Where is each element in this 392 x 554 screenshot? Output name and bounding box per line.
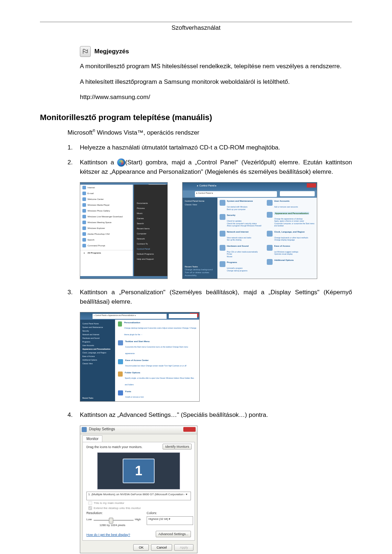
startmenu-item: E-mail (80, 190, 133, 196)
personalize-side-item: User Accounts (82, 344, 117, 347)
startmenu-right-item: Search (134, 221, 167, 226)
startmenu-item: Windows Explorer (80, 225, 133, 231)
cpanel-link: Customize computer, or customize the Sta… (274, 222, 315, 227)
note-icon (80, 46, 91, 57)
dialog-title: Display Settings (89, 427, 115, 431)
cpanel-link: Set up file sharing (227, 239, 268, 241)
cpanel-link: Mouse (227, 255, 268, 258)
personalize-item: FontsInstall or remove a font (115, 389, 199, 401)
personalize-side-item: Programs (82, 340, 117, 344)
cpanel-link: Allow a program through Windows Firewall (227, 225, 268, 227)
cpanel-recent-item: Change desktop background (185, 268, 220, 271)
tab-monitor: Monitor (82, 435, 102, 442)
personalize-side-item: Network and Internet (82, 333, 117, 336)
startmenu-item: Windows Media Player (80, 202, 133, 208)
cpanel-recent-label: Recent Tasks (185, 266, 220, 268)
step-4-number: 4. (68, 410, 80, 420)
personalize-recent-label: Recent Tasks (82, 397, 117, 399)
apply-button: Apply (174, 544, 193, 551)
personalize-breadcrumb: « Control Panel ▸ Appearance and Persona… (93, 314, 167, 319)
cancel-button: Cancel (151, 544, 172, 551)
all-programs: ▸All Programs (80, 250, 133, 255)
ok-button: OK (133, 544, 149, 551)
note-url: http://www.samsung.com/ (80, 93, 352, 102)
monitor-preview: 1 (97, 452, 180, 489)
step-3-number: 3. (68, 288, 80, 306)
cpanel-category: Hardware and SoundPlay CDs or other medi… (220, 245, 268, 258)
cpanel-category: Additional Options (267, 259, 315, 265)
personalize-side-item: System and Maintenance (82, 325, 117, 329)
startmenu-right-item: Connect To (134, 241, 167, 246)
personalize-side-item: Control Panel Home (82, 322, 117, 325)
cpanel-link: Optimize visual display (274, 253, 315, 255)
identify-monitors-button: Identify Monitors (163, 444, 192, 450)
cpanel-category: Clock, Language, and RegionChange keyboa… (267, 231, 315, 241)
drag-hint: Drag the icons to match your monitors. (86, 445, 143, 449)
startmenu-right-item: Recent Items (134, 226, 167, 231)
search-input (280, 191, 315, 196)
step-1-number: 1. (68, 143, 80, 152)
cpanel-category: Network and InternetView network status … (220, 231, 268, 241)
cpanel-link: Add or remove user accounts (274, 206, 315, 208)
resolution-slider: Low High 1280 by 1024 pixels (86, 516, 141, 525)
cpanel-category: User AccountsAdd or remove user accounts (267, 200, 315, 208)
dialog-icon (82, 427, 87, 432)
resolution-label: Resolution: (86, 511, 103, 515)
personalize-side-item: Security (82, 329, 117, 333)
startmenu-right-item: Help and Support (134, 257, 167, 262)
personalize-side-item: Appearance and Personalization (82, 347, 117, 351)
personalize-item: Windows Sidebar PropertiesAdd gadgets to… (115, 401, 199, 402)
extend-desktop-check: Extend the desktop onto this monitor (86, 505, 141, 512)
close-icon (183, 427, 196, 432)
startmenu-right-item: Games (134, 216, 167, 221)
step-1-text: Helyezze a használati útmutatót tartalma… (80, 143, 352, 152)
cpanel-side-classic: Classic View (185, 204, 220, 206)
personalize-side-item: Ease of Access (82, 354, 117, 358)
personalize-side-item: Additional Options (82, 358, 117, 362)
section-heading: Monitorillesztő program telepítése (manu… (40, 113, 352, 122)
cpanel-titlebar: ▸ Control Panel ▸ (197, 184, 217, 187)
note-paragraph-2: A hitelesített illesztőprogram a Samsung… (80, 78, 352, 87)
startmenu-item: Windows Live Messenger Download (80, 214, 133, 219)
cpanel-category: System and MaintenanceGet started with W… (220, 200, 268, 210)
cpanel-side-home: Control Panel Home (185, 200, 220, 202)
personalize-item: Taskbar and Start MenuCustomize the Star… (115, 338, 199, 357)
startmenu-right-item: Default Programs (134, 251, 167, 257)
note-label: Megjegyzés (94, 48, 129, 55)
cpanel-link: Change display language (274, 239, 315, 241)
personalize-side-item: Clock, Language, and Region (82, 351, 117, 354)
startmenu-item: Search (80, 237, 133, 243)
slider-high: High (135, 518, 141, 521)
startmenu-right-item: Pictures (134, 206, 167, 211)
search-input (169, 314, 197, 318)
note-paragraph-1: A monitorillesztő program MS hitelesítés… (80, 62, 352, 71)
monitor-1: 1 (123, 459, 155, 483)
slider-low: Low (86, 518, 92, 521)
colors-label: Colors: (147, 511, 157, 515)
startmenu-item: Internet (80, 185, 133, 190)
personalize-item: Ease of Access CenterAccommodate low vis… (115, 357, 199, 370)
cpanel-link: Back up your computer (227, 208, 268, 211)
cpanel-category: ProgramsUninstall a programChange startu… (220, 261, 268, 272)
personalize-side-item: Hardware and Sound (82, 336, 117, 340)
cpanel-category: SecurityCheck for updatesCheck this comp… (220, 214, 268, 227)
cpanel-link: Change startup programs (227, 270, 268, 272)
startmenu-right-item: Computer (134, 231, 167, 236)
step-2-text: Kattintson a (Start) gombra, majd a „Con… (80, 158, 352, 176)
close-icon (307, 183, 316, 188)
start-orb-icon (117, 159, 125, 167)
personalize-item: PersonalizationChange desktop background… (115, 320, 199, 338)
startmenu-item: Windows Photo Gallery (80, 208, 133, 214)
step-2-pre: Kattintson a (80, 159, 117, 166)
step-3-text: Kattintson a „Personalization" (Személye… (80, 288, 352, 306)
startmenu-item: Adobe Photoshop CS2 (80, 231, 133, 237)
screenshot-start-menu: InternetE-mailWelcome CenterWindows Medi… (80, 182, 168, 279)
colors-select: Highest (32 bit) ▾ (147, 516, 193, 525)
help-link: How do I get the best display? (86, 533, 130, 537)
os-post: Windows Vista™, operációs rendszer (95, 129, 199, 136)
cpanel-category: Ease of AccessLet Windows suggest settin… (267, 245, 315, 255)
cpanel-recent-item: Accessibility (185, 274, 220, 276)
screenshot-display-settings: Display Settings Monitor Drag the icons … (80, 426, 197, 553)
startmenu-right-item: Network (134, 236, 167, 241)
cpanel-recent-item: Turn off or delete cookies (185, 271, 220, 274)
